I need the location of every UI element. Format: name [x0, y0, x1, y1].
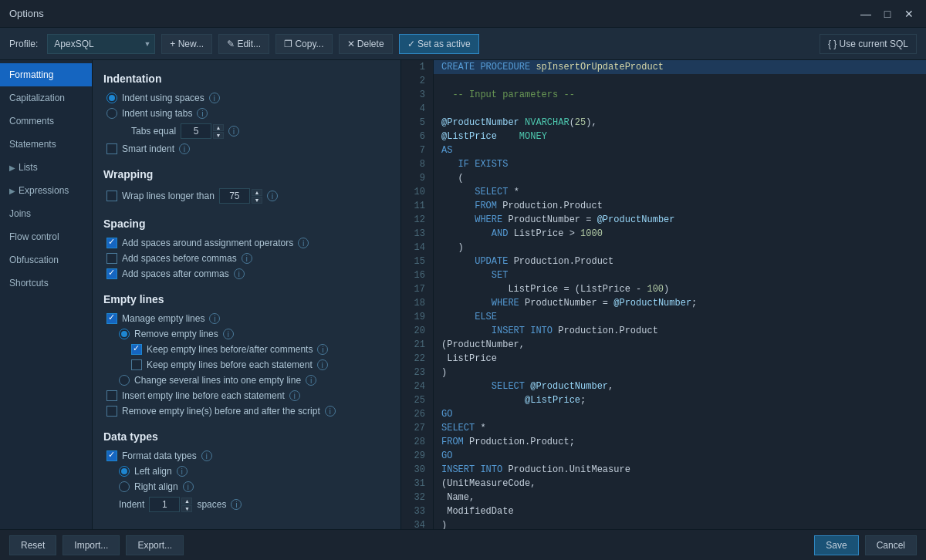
indent-input[interactable] — [149, 497, 180, 512]
line-content-24: SELECT @ProductNumber, — [434, 380, 926, 393]
indent-spin-up[interactable]: ▲ — [181, 498, 192, 504]
remove-empty-radio[interactable] — [119, 329, 130, 339]
maximize-button[interactable]: □ — [880, 6, 895, 22]
before-commas-label[interactable]: Add spaces before commas — [122, 253, 237, 264]
change-several-info-icon[interactable]: i — [306, 375, 316, 386]
import-button[interactable]: Import... — [63, 535, 120, 555]
insert-before-info-icon[interactable]: i — [289, 390, 300, 401]
after-commas-label[interactable]: Add spaces after commas — [122, 268, 229, 279]
sidebar-item-lists[interactable]: ▶ Lists — [0, 156, 92, 179]
reset-button[interactable]: Reset — [9, 535, 56, 555]
insert-before-checkbox[interactable] — [106, 390, 117, 401]
sidebar-item-shortcuts[interactable]: Shortcuts — [0, 272, 92, 295]
remove-empty-info-icon[interactable]: i — [223, 329, 234, 339]
insert-before-label[interactable]: Insert empty line before each statement — [122, 390, 285, 401]
remove-before-after-label[interactable]: Remove empty line(s) before and after th… — [122, 406, 320, 417]
line-num-3: 3 — [401, 88, 434, 102]
manage-empty-checkbox[interactable] — [106, 313, 117, 324]
line-num-26: 26 — [401, 407, 434, 421]
line-content-11: FROM Production.Product — [434, 199, 926, 213]
code-line-3: 3 -- Input parameters -- — [401, 88, 926, 102]
keep-before-statement-label[interactable]: Keep empty lines before each statement — [147, 359, 313, 370]
sidebar-item-joins[interactable]: Joins — [0, 202, 92, 225]
tabs-spin-up[interactable]: ▲ — [213, 124, 224, 131]
code-editor[interactable]: 1 CREATE PROCEDURE spInsertOrUpdateProdu… — [401, 60, 926, 529]
wrap-lines-label[interactable]: Wrap lines longer than — [122, 191, 215, 201]
manage-empty-info-icon[interactable]: i — [209, 313, 220, 324]
set-active-button[interactable]: ✓ Set as active — [399, 34, 479, 54]
sidebar-item-statements[interactable]: Statements — [0, 133, 92, 156]
indent-info-icon[interactable]: i — [231, 499, 242, 510]
line-num-4: 4 — [401, 102, 434, 116]
smart-indent-checkbox[interactable] — [106, 143, 117, 154]
title-bar: Options — □ ✕ — [0, 0, 926, 28]
tabs-spin-down[interactable]: ▼ — [213, 132, 224, 139]
code-line-1: 1 CREATE PROCEDURE spInsertOrUpdateProdu… — [401, 60, 926, 74]
wrap-lines-info-icon[interactable]: i — [267, 191, 278, 201]
cancel-button[interactable]: Cancel — [865, 535, 917, 555]
save-button[interactable]: Save — [814, 535, 858, 555]
edit-button[interactable]: ✎ Edit... — [218, 34, 269, 54]
change-several-label[interactable]: Change several lines into one empty line — [134, 375, 301, 386]
keep-before-statement-checkbox[interactable] — [131, 359, 142, 370]
new-button[interactable]: + New... — [161, 34, 212, 54]
sidebar-item-capitalization[interactable]: Capitalization — [0, 86, 92, 110]
around-assign-info-icon[interactable]: i — [298, 238, 309, 248]
line-content-29: GO — [434, 449, 926, 463]
smart-indent-label[interactable]: Smart indent — [122, 143, 174, 154]
close-button[interactable]: ✕ — [901, 6, 917, 22]
copy-button[interactable]: ❐ Copy... — [275, 34, 332, 54]
manage-empty-label[interactable]: Manage empty lines — [122, 313, 204, 324]
around-assign-checkbox[interactable] — [106, 238, 117, 248]
keep-before-after-label[interactable]: Keep empty lines before/after comments — [147, 344, 313, 355]
indent-spaces-radio[interactable] — [106, 93, 117, 103]
remove-before-after-info-icon[interactable]: i — [325, 406, 336, 417]
sidebar-item-expressions[interactable]: ▶ Expressions — [0, 179, 92, 202]
left-align-info-icon[interactable]: i — [177, 466, 188, 477]
remove-empty-label[interactable]: Remove empty lines — [134, 329, 218, 339]
sidebar-item-comments[interactable]: Comments — [0, 110, 92, 133]
profile-select[interactable]: ApexSQL — [47, 34, 155, 54]
after-commas-checkbox[interactable] — [106, 268, 117, 279]
format-data-types-checkbox[interactable] — [106, 450, 117, 461]
line-num-31: 31 — [401, 477, 434, 491]
indent-tabs-info-icon[interactable]: i — [197, 108, 208, 119]
after-commas-info-icon[interactable]: i — [234, 268, 245, 279]
indent-spaces-info-icon[interactable]: i — [209, 93, 220, 103]
format-data-types-info-icon[interactable]: i — [201, 450, 212, 461]
sidebar-item-flow-control[interactable]: Flow control — [0, 225, 92, 248]
export-button[interactable]: Export... — [126, 535, 184, 555]
keep-before-after-checkbox[interactable] — [131, 344, 142, 355]
indent-spin-down[interactable]: ▼ — [181, 505, 192, 512]
wrap-lines-checkbox[interactable] — [106, 191, 117, 201]
wrap-spin-down[interactable]: ▼ — [252, 197, 262, 204]
wrap-lines-input[interactable] — [219, 188, 250, 204]
delete-button[interactable]: ✕ Delete — [339, 34, 393, 54]
tabs-equal-info-icon[interactable]: i — [228, 126, 239, 137]
minimize-button[interactable]: — — [858, 6, 874, 22]
line-content-34: ) — [434, 518, 926, 529]
tabs-equal-input[interactable] — [181, 123, 211, 139]
sidebar-item-obfuscation[interactable]: Obfuscation — [0, 248, 92, 272]
wrap-spin-up[interactable]: ▲ — [252, 189, 262, 196]
indent-spaces-label[interactable]: Indent using spaces — [122, 93, 204, 103]
indent-tabs-label[interactable]: Indent using tabs — [122, 108, 192, 119]
right-align-radio[interactable] — [119, 481, 130, 492]
smart-indent-info-icon[interactable]: i — [179, 143, 190, 154]
use-current-sql-button[interactable]: { } Use current SQL — [820, 34, 917, 54]
around-assign-label[interactable]: Add spaces around assignment operators — [122, 238, 293, 248]
right-align-label[interactable]: Right align — [134, 481, 178, 492]
keep-before-after-info-icon[interactable]: i — [317, 344, 328, 355]
tabs-spin-buttons: ▲ ▼ — [213, 124, 224, 139]
left-align-radio[interactable] — [119, 466, 130, 477]
format-data-types-label[interactable]: Format data types — [122, 450, 197, 461]
right-align-info-icon[interactable]: i — [183, 481, 194, 492]
before-commas-info-icon[interactable]: i — [242, 253, 252, 264]
sidebar-item-formatting[interactable]: Formatting — [0, 63, 92, 86]
change-several-radio[interactable] — [119, 375, 130, 386]
remove-before-after-checkbox[interactable] — [106, 406, 117, 417]
indent-tabs-radio[interactable] — [106, 108, 117, 119]
keep-before-statement-info-icon[interactable]: i — [317, 359, 328, 370]
before-commas-checkbox[interactable] — [106, 253, 117, 264]
left-align-label[interactable]: Left align — [134, 466, 172, 477]
